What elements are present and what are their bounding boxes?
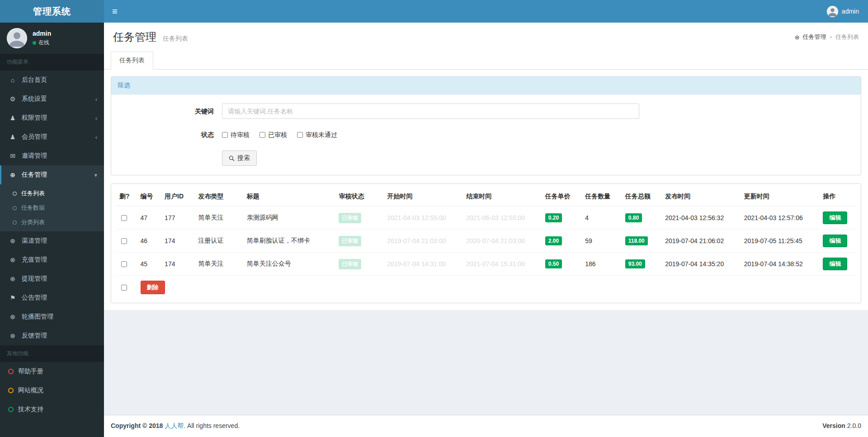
submenu-item-category-list[interactable]: 分类列表: [0, 215, 104, 230]
status-checkbox-approved[interactable]: [259, 132, 265, 138]
cell-published: 2019-07-04 21:06:02: [661, 230, 741, 253]
sidebar-toggle-icon[interactable]: ≡: [104, 0, 126, 23]
sidebar-item-label: 任务管理: [22, 171, 47, 179]
sidebar-item-label: 技术支持: [18, 405, 43, 414]
row-select-checkbox[interactable]: [121, 215, 127, 221]
filter-box: 筛选 关键词 状态: [111, 76, 861, 175]
sidebar-item-members[interactable]: ♟ 会员管理 ‹: [0, 127, 104, 146]
sidebar-item-label: 邀请管理: [22, 152, 47, 160]
edit-button[interactable]: 编辑: [823, 258, 847, 270]
users-icon: ♟: [8, 114, 17, 122]
footer-copyright: Copyright © 2018人人帮. All rights reserved…: [111, 422, 240, 430]
search-icon: [229, 155, 235, 161]
sidebar-item-channels[interactable]: ⊛ 渠道管理: [0, 231, 104, 250]
status-checkbox-rejected[interactable]: [297, 132, 303, 138]
main-content: 任务管理 任务列表 ⊛ 任务管理 > 任务列表 任务列表 筛选: [104, 23, 868, 437]
table-row: 47 177 简单关注 亲测源码网 已审核 2021-04-03 12:55:0…: [116, 206, 856, 230]
table-header-row: 删? 编号 用户ID 发布类型 标题 审核状态 开始时间 结束时间 任务单价 任…: [116, 188, 856, 206]
sidebar-item-withdrawals[interactable]: ⊛ 提现管理: [0, 269, 104, 288]
sidebar-item-help-manual[interactable]: 帮助手册: [0, 362, 104, 381]
sidebar-section-other: 其他功能: [0, 345, 104, 362]
select-all-checkbox[interactable]: [121, 285, 127, 291]
status-option-rejected[interactable]: 审核未通过: [297, 127, 337, 142]
sidebar-avatar: [7, 28, 27, 48]
row-select-checkbox[interactable]: [121, 261, 127, 267]
chevron-left-icon: ‹: [95, 134, 97, 141]
asterisk-icon: ⊛: [8, 275, 17, 282]
cell-id: 46: [137, 230, 161, 253]
sidebar-item-carousel[interactable]: ⊛ 轮播图管理: [0, 307, 104, 326]
total-badge: 118.00: [625, 236, 648, 245]
sidebar-item-label: 系统设置: [22, 95, 47, 103]
home-icon: ⌂: [8, 76, 17, 84]
online-status-label: 在线: [38, 39, 49, 47]
sidebar-item-tech-support[interactable]: 技术支持: [0, 400, 104, 419]
sidebar-item-announcements[interactable]: ⚑ 公告管理: [0, 288, 104, 307]
status-option-pending[interactable]: 待审核: [222, 127, 250, 142]
breadcrumb: ⊛ 任务管理 > 任务列表: [795, 33, 859, 41]
globe-icon: ⊕: [8, 171, 17, 179]
tab-content: 筛选 关键词 状态: [104, 70, 868, 310]
navbar-user-menu[interactable]: admin: [818, 0, 868, 23]
flag-icon: ⚑: [8, 294, 17, 301]
row-select-checkbox[interactable]: [121, 238, 127, 244]
copyright-text: Copyright © 2018: [111, 422, 163, 429]
edit-button[interactable]: 编辑: [823, 211, 847, 224]
cell-count: 4: [581, 206, 621, 230]
breadcrumb-current: 任务列表: [835, 33, 859, 41]
sidebar-item-invitations[interactable]: ✉ 邀请管理: [0, 146, 104, 165]
sidebar-item-site-overview[interactable]: 网站概况: [0, 381, 104, 400]
filter-box-body: 关键词 状态 待审核: [111, 94, 861, 175]
cell-end-time: 2020-07-04 21:03:00: [462, 230, 542, 253]
col-header-end: 结束时间: [462, 188, 542, 206]
col-header-id: 编号: [137, 188, 161, 206]
search-button[interactable]: 搜索: [222, 150, 257, 166]
status-option-approved[interactable]: 已审核: [259, 127, 287, 142]
cell-start-time: 2021-04-03 12:55:00: [384, 206, 463, 230]
col-header-actions: 操作: [819, 188, 856, 206]
sidebar-item-system-settings[interactable]: ⚙ 系统设置 ‹: [0, 89, 104, 108]
breadcrumb-link-tasks[interactable]: 任务管理: [803, 33, 826, 41]
status-option-label: 审核未通过: [306, 127, 337, 142]
col-header-updated: 更新时间: [741, 188, 820, 206]
red-circle-icon: [8, 369, 14, 374]
circle-o-icon: [13, 221, 17, 225]
dashboard-icon: ⊛: [795, 34, 800, 41]
sidebar-item-permissions[interactable]: ♟ 权限管理 ‹: [0, 108, 104, 127]
edit-button[interactable]: 编辑: [823, 235, 847, 247]
sidebar-item-recharge[interactable]: ⊛ 充值管理: [0, 250, 104, 269]
version-label: Version: [822, 422, 845, 429]
col-header-delete: 删?: [116, 188, 137, 206]
delete-button[interactable]: 删除: [141, 281, 165, 294]
sidebar-item-tasks[interactable]: ⊕ 任务管理 ▾: [0, 165, 104, 184]
cell-end-time: 2021-07-04 15:31:00: [462, 253, 542, 276]
keyword-input[interactable]: [222, 103, 639, 119]
cell-title: 简单刷脸认证，不绑卡: [243, 230, 335, 253]
cell-updated: 2021-04-03 12:57:06: [741, 206, 820, 230]
brand-logo[interactable]: 管理系统: [0, 0, 104, 23]
sidebar-item-label: 反馈管理: [22, 332, 47, 340]
sidebar-item-feedback[interactable]: ⊛ 反馈管理: [0, 326, 104, 345]
tab-task-list[interactable]: 任务列表: [111, 52, 153, 70]
sidebar-item-dashboard[interactable]: ⌂ 后台首页: [0, 70, 104, 89]
task-table: 删? 编号 用户ID 发布类型 标题 审核状态 开始时间 结束时间 任务单价 任…: [116, 188, 856, 299]
sidebar-item-label: 轮播图管理: [22, 313, 53, 321]
cell-published: 2019-07-04 14:35:20: [661, 253, 741, 276]
col-header-price: 任务单价: [542, 188, 581, 206]
cell-title: 简单关注公众号: [243, 253, 335, 276]
footer-brand-link[interactable]: 人人帮: [165, 422, 184, 429]
submenu-item-task-list[interactable]: 任务列表: [0, 186, 104, 201]
chevron-left-icon: ‹: [95, 115, 97, 122]
sidebar-item-label: 帮助手册: [18, 367, 43, 376]
sidebar: admin 在线 功能菜单 ⌂ 后台首页 ⚙ 系统设置 ‹ ♟ 权限管理 ‹ ♟…: [0, 23, 104, 437]
table-row: 46 174 注册认证 简单刷脸认证，不绑卡 已审核 2019-07-04 21…: [116, 230, 856, 253]
page-title: 任务管理: [113, 31, 156, 43]
submenu-item-task-data[interactable]: 任务数据: [0, 201, 104, 215]
price-badge: 2.00: [545, 236, 562, 245]
filter-box-header: 筛选: [111, 77, 861, 94]
envelope-icon: ✉: [8, 152, 17, 160]
bulk-action-row: 删除: [116, 276, 856, 300]
top-navbar: 管理系统 ≡ admin: [0, 0, 868, 23]
sidebar-item-label: 提现管理: [22, 275, 47, 283]
status-checkbox-pending[interactable]: [222, 132, 228, 138]
